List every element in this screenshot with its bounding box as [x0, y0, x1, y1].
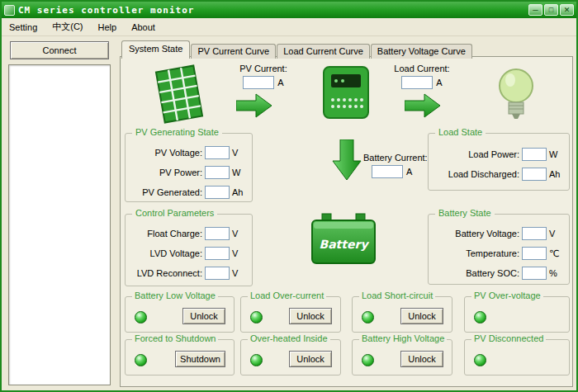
tab-battery-voltage-curve[interactable]: Battery Voltage Curve: [371, 44, 472, 59]
float-charge-row: Float Charge: V: [132, 227, 245, 240]
alarm-pv-disconnected-title: PV Disconnected: [471, 333, 546, 343]
battery-soc-input[interactable]: [522, 267, 547, 280]
load-discharged-input[interactable]: [522, 168, 547, 181]
bulb-icon: [497, 67, 535, 125]
alarm-forced-to-shutdown-title: Forced to Shutdown: [132, 333, 218, 343]
load-short-circuit-led: [362, 311, 374, 324]
load-current-unit: A: [436, 78, 442, 87]
alarm-over-heated-inside-title: Over-heated Inside: [248, 333, 330, 343]
pv-disconnected-led: [474, 354, 486, 366]
system-state-page: PV Current: A: [120, 56, 573, 387]
alarm-pv-disconnected: PV Disconnected: [464, 339, 570, 375]
maximize-button[interactable]: □: [544, 4, 558, 16]
tab-system-state[interactable]: System State: [121, 40, 190, 59]
load-current-block: Load Current: A: [377, 64, 467, 89]
arrow-right-icon: [236, 93, 272, 118]
group-battery-state-title: Battery State: [435, 208, 495, 218]
temperature-row: Temperature: ℃: [435, 247, 562, 260]
group-control-parameters: Control Parameters Float Charge: V LVD V…: [125, 214, 253, 286]
alarm-pv-over-voltage-title: PV Over-voltage: [471, 290, 543, 300]
menu-item-help[interactable]: Help: [91, 20, 125, 35]
float-charge-unit: V: [232, 229, 245, 239]
menu-item-about[interactable]: About: [124, 20, 163, 35]
lvd-reconnect-input[interactable]: [205, 267, 230, 280]
tabstrip: System State PV Current Curve Load Curre…: [121, 40, 473, 59]
lvd-voltage-input[interactable]: [205, 247, 230, 260]
load-short-circuit-unlock-button[interactable]: Unlock: [400, 308, 443, 324]
temperature-unit: ℃: [549, 248, 562, 259]
battery-voltage-row: Battery Voltage: V: [435, 227, 562, 240]
battery-high-voltage-unlock-button[interactable]: Unlock: [400, 351, 443, 367]
tab-pv-current-curve[interactable]: PV Current Curve: [191, 44, 276, 59]
load-current-input[interactable]: [401, 76, 433, 89]
battery-voltage-input[interactable]: [522, 227, 547, 240]
load-power-unit: W: [549, 149, 562, 159]
group-pv-generating-state-title: PV Generating State: [132, 127, 222, 137]
forced-to-shutdown-button[interactable]: Shutdown: [175, 351, 225, 367]
battery-current-unit: A: [406, 167, 412, 177]
close-button[interactable]: ✕: [560, 4, 574, 16]
menu-item-language[interactable]: 中文(C): [45, 18, 90, 35]
pv-power-row: PV Power: W: [132, 166, 245, 179]
load-current-label: Load Current:: [377, 64, 467, 73]
pv-voltage-input[interactable]: [205, 146, 230, 159]
pv-current-label: PV Current:: [218, 64, 309, 73]
lvd-reconnect-label: LVD Reconnect:: [137, 268, 202, 278]
app-window: CM series controller monitor ─ □ ✕ Setti…: [0, 0, 578, 392]
pv-current-input[interactable]: [243, 76, 274, 89]
alarm-battery-high-voltage: Battery High Voltage Unlock: [352, 339, 452, 375]
lvd-voltage-row: LVD Voltage: V: [132, 247, 245, 260]
pv-voltage-row: PV Voltage: V: [132, 146, 245, 159]
pv-generated-label: PV Generated:: [142, 187, 202, 197]
group-battery-state: Battery State Battery Voltage: V Tempera…: [428, 214, 570, 285]
menu-item-setting[interactable]: Setting: [2, 20, 45, 35]
temperature-label: Temperature:: [466, 248, 519, 258]
alarm-battery-low-voltage: Battery Low Voltage Unlock: [125, 296, 235, 333]
device-listbox[interactable]: [8, 64, 111, 385]
battery-high-voltage-led: [362, 354, 374, 366]
lvd-reconnect-row: LVD Reconnect: V: [132, 267, 245, 280]
titlebar: CM series controller monitor ─ □ ✕: [2, 2, 576, 18]
pv-power-input[interactable]: [205, 166, 230, 179]
minimize-button[interactable]: ─: [528, 4, 542, 16]
load-over-current-led: [250, 311, 263, 324]
battery-low-voltage-unlock-button[interactable]: Unlock: [182, 308, 225, 324]
load-over-current-unlock-button[interactable]: Unlock: [289, 308, 332, 324]
pv-generated-input[interactable]: [205, 186, 230, 199]
temperature-input[interactable]: [522, 247, 547, 260]
load-discharged-unit: Ah: [549, 169, 562, 179]
menubar: Setting 中文(C) Help About: [2, 18, 576, 36]
float-charge-input[interactable]: [205, 227, 230, 240]
group-control-parameters-title: Control Parameters: [132, 208, 217, 218]
battery-soc-unit: %: [549, 268, 562, 278]
group-pv-generating-state: PV Generating State PV Voltage: V PV Pow…: [125, 133, 253, 202]
battery-icon: Battery: [309, 210, 378, 267]
battery-current-block: Battery Current: A: [360, 153, 467, 178]
load-power-input[interactable]: [522, 148, 547, 161]
battery-soc-label: Battery SOC:: [466, 268, 519, 278]
pv-generated-unit: Ah: [232, 187, 245, 197]
tab-load-current-curve[interactable]: Load Current Curve: [277, 44, 370, 59]
pv-voltage-unit: V: [232, 148, 245, 158]
alarm-load-over-current: Load Over-current Unlock: [240, 296, 341, 333]
battery-soc-row: Battery SOC: %: [435, 267, 562, 280]
pv-current-block: PV Current: A: [218, 64, 309, 89]
alarm-load-short-circuit: Load Short-circuit Unlock: [352, 296, 452, 333]
alarm-over-heated-inside: Over-heated Inside Unlock: [240, 339, 341, 375]
connect-button[interactable]: Connect: [10, 41, 109, 59]
pv-over-voltage-led: [474, 311, 486, 324]
load-power-label: Load Power:: [468, 149, 519, 159]
app-icon: [4, 5, 15, 16]
alarm-load-over-current-title: Load Over-current: [248, 290, 326, 300]
over-heated-inside-unlock-button[interactable]: Unlock: [289, 351, 332, 367]
alarm-battery-high-voltage-title: Battery High Voltage: [359, 333, 447, 343]
float-charge-label: Float Charge:: [147, 229, 202, 239]
pv-power-label: PV Power:: [159, 168, 202, 177]
controller-icon: [322, 65, 370, 120]
solar-panel-icon: [152, 62, 206, 126]
battery-current-label: Battery Current:: [360, 153, 467, 163]
arrow-down-icon: [332, 139, 362, 181]
battery-voltage-unit: V: [549, 229, 562, 239]
pv-voltage-label: PV Voltage:: [155, 148, 203, 158]
battery-current-input[interactable]: [372, 165, 403, 178]
